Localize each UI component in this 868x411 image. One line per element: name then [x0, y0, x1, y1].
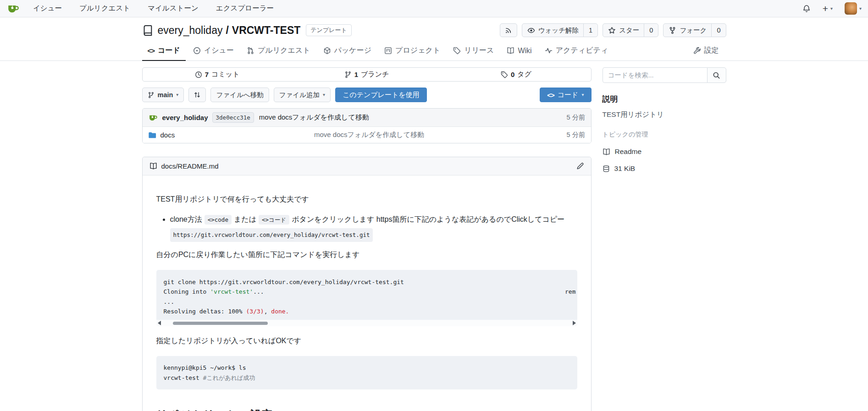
list-text: clone方法	[170, 215, 202, 223]
repo-sidebar: 説明 TEST用リポジトリ トピックの管理 Readme 31 KiB	[601, 67, 726, 173]
code-search-input[interactable]	[603, 67, 707, 83]
code-line: kennypi@kpi5 ~/work$ ls	[164, 363, 570, 373]
file-commit-message[interactable]: move docsフォルダを作成して移動	[314, 131, 566, 139]
branches-count: 1	[354, 71, 358, 78]
use-template-label: このテンプレートを使用	[343, 91, 420, 99]
create-new-button[interactable]: + ▾	[823, 4, 833, 13]
code-icon: <>	[148, 47, 155, 55]
tab-releases[interactable]: リリース	[448, 41, 499, 61]
star-icon	[608, 27, 616, 34]
gitea-logo[interactable]	[6, 2, 20, 16]
code-line: vrcwt-test #これがあれば成功	[164, 373, 570, 383]
goto-file-button[interactable]: ファイルへ移動	[210, 88, 269, 102]
clone-url-code: https://git.vrcworldtour.com/every_holid…	[170, 228, 373, 242]
readme-content: TEST用リポジトリで何を行っても大丈夫です clone方法<>codeまたは<…	[143, 175, 591, 411]
nav-item-pull-requests[interactable]: プルリクエスト	[79, 4, 130, 13]
readme-paragraph: 自分のPCに戻り作業したい箇所に下記コマンドを実行します	[156, 249, 577, 261]
branch-icon	[344, 71, 352, 78]
branches-link[interactable]: 1 ブランチ	[292, 68, 442, 81]
compare-button[interactable]	[188, 88, 206, 102]
search-button[interactable]	[707, 67, 726, 83]
readme-paragraph: 指定したリポジトリが入っていればOKです	[156, 335, 577, 347]
list-text: または	[234, 215, 256, 223]
fork-icon	[669, 27, 676, 34]
code-icon: <>	[547, 91, 554, 99]
tab-activity[interactable]: アクティビティ	[539, 41, 614, 61]
readme-link[interactable]: Readme	[603, 148, 726, 156]
tab-projects[interactable]: プロジェクト	[379, 41, 446, 61]
tags-link[interactable]: 0 タグ	[442, 68, 591, 81]
horizontal-scrollbar[interactable]	[156, 320, 577, 326]
commit-author[interactable]: every_holiday	[162, 114, 208, 121]
tab-label: プルリクエスト	[258, 46, 310, 55]
branch-icon	[148, 92, 155, 99]
commits-link[interactable]: 7 コミット	[143, 68, 292, 81]
code-toolbar: main ▾ ファイルへ移動 ファイル追加 ▾ このテンプレートを使用	[142, 88, 592, 102]
repo-tabs: <> コード イシュー プルリクエスト パッケージ	[142, 41, 726, 60]
package-icon	[323, 47, 331, 55]
repo-owner-link[interactable]: every_holiday	[158, 24, 223, 37]
inline-code: <>コード	[259, 215, 289, 225]
repo-name-link[interactable]: VRCWT-TEST	[232, 24, 301, 37]
manage-topics-link[interactable]: トピックの管理	[603, 131, 726, 139]
fork-button[interactable]: フォーク 0	[663, 23, 726, 37]
readme-filename: docs/README.md	[161, 162, 219, 170]
repo-description: TEST用リポジトリ	[603, 110, 726, 120]
nav-item-explore[interactable]: エクスプローラー	[216, 4, 274, 13]
tags-count: 0	[511, 71, 514, 78]
issue-icon	[193, 47, 201, 55]
repo-size[interactable]: 31 KiB	[603, 164, 726, 173]
chevron-down-icon: ▾	[859, 6, 862, 11]
scroll-right-arrow[interactable]	[573, 321, 576, 325]
nav-item-milestones[interactable]: マイルストーン	[148, 4, 199, 13]
commit-author-avatar[interactable]	[148, 113, 158, 123]
commit-message[interactable]: move docsフォルダを作成して移動	[259, 113, 369, 122]
latest-commit-row: every_holiday 3de0ecc31e move docsフォルダを作…	[143, 109, 591, 126]
edit-readme-button[interactable]	[576, 162, 584, 170]
star-button[interactable]: スター 0	[603, 23, 658, 37]
file-name-link[interactable]: docs	[160, 131, 175, 139]
user-menu[interactable]: ▾	[845, 2, 862, 15]
watch-count[interactable]: 1	[583, 24, 592, 37]
tab-issues[interactable]: イシュー	[188, 41, 239, 61]
pull-request-icon	[247, 47, 254, 55]
chevron-down-icon: ▾	[581, 93, 584, 97]
branch-selector[interactable]: main ▾	[142, 88, 184, 102]
tab-packages[interactable]: パッケージ	[318, 41, 377, 61]
tag-icon	[501, 71, 508, 78]
scroll-left-arrow[interactable]	[158, 321, 161, 325]
star-count[interactable]: 0	[644, 24, 653, 37]
readme-label: Readme	[615, 148, 642, 156]
scrollbar-thumb[interactable]	[173, 322, 268, 325]
rss-button[interactable]	[500, 23, 517, 37]
tab-wiki[interactable]: Wiki	[501, 41, 537, 61]
tab-label: リリース	[464, 46, 494, 55]
chevron-down-icon: ▾	[176, 93, 178, 97]
use-template-button[interactable]: このテンプレートを使用	[335, 88, 427, 102]
tab-pull-requests[interactable]: プルリクエスト	[241, 41, 316, 61]
commit-hash[interactable]: 3de0ecc31e	[212, 112, 254, 123]
activity-icon	[545, 47, 553, 55]
file-row[interactable]: docs move docsフォルダを作成して移動 5 分前	[143, 126, 591, 143]
add-file-button[interactable]: ファイル追加 ▾	[274, 88, 331, 102]
compare-icon	[194, 91, 201, 99]
tags-label: タグ	[517, 70, 531, 79]
book-icon	[507, 47, 514, 55]
code-clone-button[interactable]: <> コード ▾	[540, 88, 591, 102]
database-icon	[603, 165, 610, 172]
nav-item-issues[interactable]: イシュー	[33, 4, 62, 13]
repo-header: every_holiday / VRCWT-TEST テンプレート ウォッチ解除…	[0, 17, 868, 61]
scrollbar-track[interactable]	[161, 320, 573, 326]
list-text: ボタンをクリックします https箇所に下記のような表記があるのでClickして…	[292, 215, 564, 223]
notifications-button[interactable]	[802, 5, 811, 13]
tab-label: プロジェクト	[395, 46, 440, 55]
inline-code: <>code	[205, 215, 232, 225]
unwatch-button[interactable]: ウォッチ解除 1	[522, 23, 598, 37]
repo-icon	[142, 25, 154, 36]
watch-label: ウォッチ解除	[538, 26, 579, 35]
tab-label: アクティビティ	[556, 46, 608, 55]
tab-code[interactable]: <> コード	[142, 41, 186, 61]
tab-settings[interactable]: 設定	[688, 41, 724, 61]
fork-count[interactable]: 0	[711, 24, 720, 37]
wrench-icon	[693, 47, 701, 55]
